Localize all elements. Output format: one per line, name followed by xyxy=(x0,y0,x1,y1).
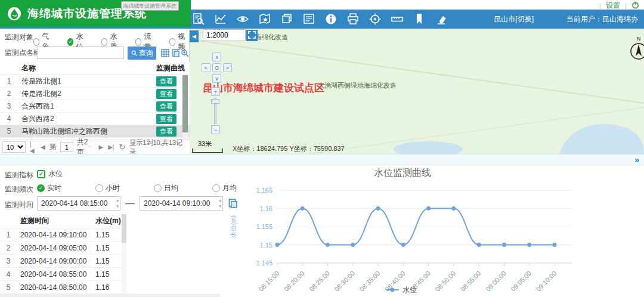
data-point-marker[interactable] xyxy=(452,206,456,211)
view-curve-button[interactable]: 查看 xyxy=(156,126,177,137)
zoom-out-button[interactable]: − xyxy=(211,125,220,134)
site-name: 马鞍山路北侧组冲之路西侧 xyxy=(18,126,156,137)
data-point-marker[interactable] xyxy=(351,243,355,247)
radio-checked-icon[interactable]: ✓ xyxy=(37,184,45,192)
prev-page-button[interactable]: ◀ xyxy=(40,144,46,150)
radio-icon[interactable] xyxy=(154,184,162,192)
site-table-row[interactable]: 4合兴西路2查看 xyxy=(0,113,190,125)
radio-icon[interactable] xyxy=(95,184,103,192)
view-curve-button[interactable]: 查看 xyxy=(156,101,177,112)
data-point-marker[interactable] xyxy=(301,206,305,211)
monitor-object-label: 监测对象 xyxy=(5,32,33,42)
table-grid-icon[interactable] xyxy=(161,49,169,57)
locate-icon[interactable] xyxy=(369,13,382,26)
data-point-marker[interactable] xyxy=(376,206,380,211)
radio-icon[interactable] xyxy=(169,38,175,46)
site-table-row[interactable]: 2传是路北侧2查看 xyxy=(0,88,190,100)
indicator-checkbox[interactable]: ✓ xyxy=(37,170,45,178)
form-icon[interactable] xyxy=(302,13,315,26)
measurement-row[interactable]: 32020-04-14 09:00:001.15 xyxy=(0,255,126,268)
refresh-icon[interactable]: ↻ xyxy=(118,143,126,151)
radio-icon[interactable] xyxy=(101,38,107,46)
trend-chart-icon[interactable] xyxy=(214,13,227,26)
time-to-input[interactable]: 2020-04-14 09:10:00 ▴▾ xyxy=(140,196,223,211)
last-page-button[interactable]: ▶| xyxy=(107,144,114,150)
water-level-chart: 水位监测曲线1.1451.151.1551.161.16508:15:0008:… xyxy=(224,163,641,297)
svg-text:08:30:00: 08:30:00 xyxy=(333,270,356,293)
query-button[interactable]: 查询 xyxy=(128,47,156,60)
map-icon[interactable] xyxy=(258,13,271,26)
view-curve-button[interactable]: 查看 xyxy=(156,114,177,124)
data-point-marker[interactable] xyxy=(553,243,557,247)
bottom-panel: » 监测指标 ✓ 水位 监测频次 ✓实时小时日均月均 监测时间 2020-04-… xyxy=(0,154,644,297)
app-logo-icon xyxy=(7,7,21,21)
full-extent-icon[interactable] xyxy=(246,30,258,41)
time-from-input[interactable]: 2020-04-14 08:15:00 ▴▾ xyxy=(37,196,120,211)
time-range-label: 监测时间 xyxy=(5,200,33,210)
region-switch-link[interactable]: 昆山市[切换] xyxy=(494,14,534,24)
data-point-marker[interactable] xyxy=(326,243,330,247)
pan-left-button[interactable]: < xyxy=(202,63,210,72)
site-table-row[interactable]: 5马鞍山路北侧组冲之路西侧查看 xyxy=(0,125,190,138)
ruler-icon[interactable] xyxy=(391,13,404,26)
eraser-icon[interactable] xyxy=(435,13,448,26)
first-page-button[interactable]: |◀ xyxy=(29,141,36,154)
settings-link[interactable]: 设置 xyxy=(606,1,620,11)
power-icon[interactable] xyxy=(631,1,639,11)
eye-icon[interactable] xyxy=(236,13,249,26)
measurement-row[interactable]: 42020-04-14 08:55:001.15 xyxy=(0,268,126,281)
record-summary: 显示1到10,共13记录 xyxy=(129,138,187,156)
bookmark-icon[interactable] xyxy=(413,13,426,26)
svg-text:09:05:00: 09:05:00 xyxy=(509,270,532,293)
data-point-marker[interactable] xyxy=(477,243,481,247)
page-number-input[interactable] xyxy=(60,142,73,152)
pan-center-button[interactable]: O xyxy=(212,63,221,72)
query-search-icon[interactable] xyxy=(192,13,205,26)
time-from-spinner[interactable]: ▴▾ xyxy=(116,197,119,209)
printer-icon[interactable] xyxy=(346,13,360,26)
time-to-spinner[interactable]: ▴▾ xyxy=(219,197,221,209)
view-curve-button[interactable]: 查看 xyxy=(156,76,177,86)
data-point-marker[interactable] xyxy=(527,243,531,247)
radio-checked-icon[interactable]: ✓ xyxy=(67,38,73,46)
info-icon[interactable] xyxy=(324,13,338,26)
title-tooltip: 海绵城市设施管理系统 xyxy=(121,1,179,11)
map-viewport[interactable]: ◀ 大道海绵化改造 大渔湖西侧绿地海绵化改造 昆山市海绵城市建设试点区 ∧ < … xyxy=(190,29,644,154)
export-icon[interactable] xyxy=(171,49,179,57)
radio-icon[interactable] xyxy=(135,38,141,46)
svg-text:1.145: 1.145 xyxy=(256,259,273,267)
data-point-marker[interactable] xyxy=(275,243,280,247)
site-table-row[interactable]: 3合兴西路1查看 xyxy=(0,100,190,113)
frequency-radio-2[interactable]: 日均 xyxy=(154,183,178,193)
svg-text:08:50:00: 08:50:00 xyxy=(434,270,457,293)
data-point-marker[interactable] xyxy=(426,206,431,211)
frequency-radio-1[interactable]: 小时 xyxy=(95,183,120,193)
site-name: 传是路北侧2 xyxy=(18,89,156,99)
pan-up-button[interactable]: ∧ xyxy=(212,52,221,61)
collapse-left-panel-icon[interactable]: ◀ xyxy=(190,30,199,42)
current-user-label: 当前用户：昆山海绵办 xyxy=(566,14,638,24)
site-table-row[interactable]: 1传是路北侧1查看 xyxy=(0,75,190,88)
pan-down-button[interactable]: ∨ xyxy=(212,74,221,83)
pan-right-button[interactable]: > xyxy=(223,63,232,72)
measurement-row[interactable]: 12020-04-14 09:10:001.15 xyxy=(0,228,126,242)
frequency-radio-0[interactable]: ✓实时 xyxy=(37,183,61,193)
radio-icon[interactable] xyxy=(212,184,220,192)
view-curve-button[interactable]: 查看 xyxy=(156,89,177,99)
point-name-input[interactable] xyxy=(37,47,124,59)
data-point-marker[interactable] xyxy=(502,243,506,247)
zoom-slider-handle[interactable] xyxy=(211,99,219,104)
measurement-table-scrollbar[interactable] xyxy=(122,214,126,294)
layers-icon[interactable] xyxy=(280,13,293,26)
page-size-select[interactable]: 10 xyxy=(2,141,26,153)
radio-icon[interactable] xyxy=(33,38,39,46)
map-scale-input[interactable] xyxy=(203,29,246,41)
zoom-in-icon[interactable] xyxy=(181,49,189,57)
data-point-marker[interactable] xyxy=(401,243,405,247)
row-index: 3 xyxy=(0,255,17,267)
next-page-button[interactable]: ▶ xyxy=(98,144,104,150)
measurement-row[interactable]: 22020-04-14 09:05:001.15 xyxy=(0,242,126,255)
measurement-row[interactable]: 52020-04-14 08:50:001.16 xyxy=(0,281,126,294)
site-table: 名称监测曲线1传是路北侧1查看2传是路北侧2查看3合兴西路1查看4合兴西路2查看… xyxy=(0,62,190,138)
zoom-in-button[interactable]: + xyxy=(211,87,220,96)
